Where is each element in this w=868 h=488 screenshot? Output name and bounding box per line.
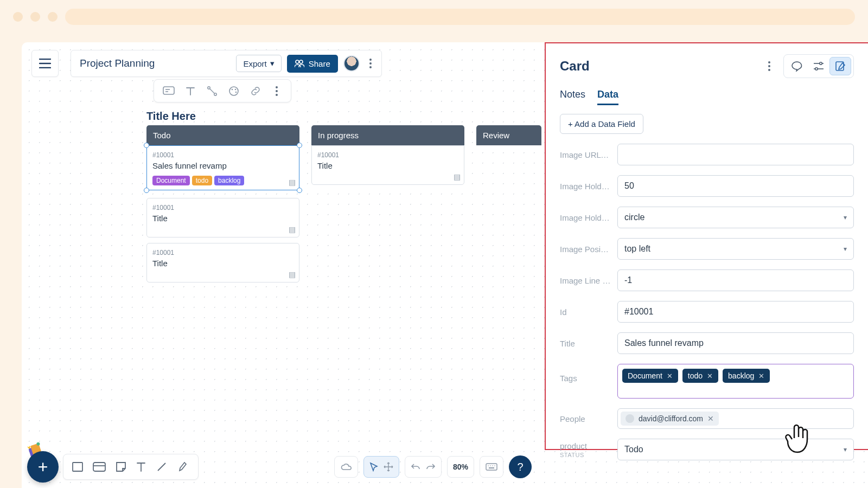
remove-tag-icon[interactable]: ✕ (707, 372, 713, 380)
edit-view[interactable] (829, 57, 851, 75)
avatar[interactable] (343, 55, 360, 72)
export-label: Export (243, 59, 266, 68)
field-label: Image Line … (560, 276, 611, 285)
resize-handle[interactable] (144, 143, 149, 148)
text-tool-icon[interactable] (136, 461, 146, 472)
tag-chip[interactable]: Document✕ (622, 369, 678, 383)
zoom-level[interactable]: 80% (447, 456, 474, 478)
person-chip[interactable]: david@clifford.com✕ (621, 412, 719, 426)
help-button[interactable]: ? (509, 455, 532, 478)
board-columns: Todo #10001 Sales funnel revamp Document… (146, 125, 541, 282)
column-header[interactable]: In progress (311, 125, 464, 145)
window-dot (48, 12, 58, 22)
card[interactable]: #10001 Sales funnel revamp Document todo… (146, 145, 299, 190)
keyboard-shortcuts[interactable] (480, 456, 503, 478)
view-controls: 80% ? (334, 455, 532, 478)
pointer-mode[interactable] (363, 456, 399, 478)
tag-chip[interactable]: todo✕ (682, 369, 718, 383)
remove-person-icon[interactable]: ✕ (707, 414, 714, 423)
svg-point-10 (235, 88, 237, 90)
hamburger-icon (39, 59, 51, 68)
image-shape-select[interactable]: circle▾ (617, 207, 854, 228)
sliders-icon (813, 61, 825, 71)
product-status-select[interactable]: Todo▾ (617, 439, 854, 460)
column-header[interactable]: Todo (146, 125, 299, 145)
svg-point-26 (820, 62, 822, 65)
connector-icon[interactable] (206, 85, 218, 97)
browser-chrome (0, 0, 868, 34)
address-bar[interactable] (65, 9, 855, 25)
database-icon[interactable]: ▤ (454, 172, 461, 181)
id-input[interactable] (617, 301, 854, 323)
avatar-icon (626, 414, 634, 423)
svg-rect-16 (93, 463, 105, 471)
field-image-url: Image URL … (560, 144, 854, 165)
comments-view[interactable] (786, 57, 808, 75)
card[interactable]: #10001 Title ▤ (146, 243, 299, 282)
share-button[interactable]: Share (287, 55, 338, 73)
highlighter-tool-icon[interactable] (177, 461, 189, 473)
svg-point-11 (235, 91, 237, 93)
color-icon[interactable] (228, 85, 240, 97)
chevron-down-icon: ▾ (844, 446, 847, 453)
edit-icon (835, 61, 846, 72)
image-url-input[interactable] (617, 144, 854, 165)
select-value: top left (624, 244, 650, 254)
tags-input[interactable]: Document✕ todo✕ backlog✕ (617, 364, 854, 399)
card-tags: Document todo backlog (152, 176, 293, 185)
database-icon[interactable]: ▤ (289, 270, 296, 279)
link-icon[interactable] (250, 85, 261, 97)
sticky-tool-icon[interactable] (116, 461, 126, 472)
title-input[interactable] (617, 332, 854, 354)
database-icon[interactable]: ▤ (289, 178, 296, 187)
cloud-icon (340, 463, 352, 471)
project-title[interactable]: Project Planning (80, 57, 231, 69)
menu-button[interactable] (31, 50, 59, 77)
field-label: product (560, 441, 611, 451)
remove-tag-icon[interactable]: ✕ (758, 372, 764, 380)
database-icon[interactable]: ▤ (289, 225, 296, 234)
svg-point-21 (490, 465, 491, 466)
settings-view[interactable] (808, 57, 829, 75)
card-icon[interactable] (163, 85, 175, 97)
export-button[interactable]: Export ▾ (236, 55, 281, 72)
panel-view-switcher (783, 54, 854, 78)
toolbar-more[interactable] (271, 86, 282, 96)
image-position-select[interactable]: top left▾ (617, 238, 854, 260)
board-title[interactable]: Title Here (146, 110, 196, 123)
image-hold-input[interactable] (617, 175, 854, 197)
add-button[interactable]: + (27, 451, 59, 483)
tab-data[interactable]: Data (597, 89, 618, 105)
rectangle-tool-icon[interactable] (72, 462, 83, 472)
tag-chip[interactable]: backlog✕ (723, 369, 770, 383)
resize-handle[interactable] (297, 188, 302, 193)
remove-tag-icon[interactable]: ✕ (667, 372, 673, 380)
card-title: Title (152, 214, 293, 223)
image-line-input[interactable] (617, 269, 854, 291)
text-icon[interactable] (184, 85, 196, 97)
resize-handle[interactable] (144, 188, 149, 193)
cloud-status[interactable] (334, 456, 358, 478)
tab-notes[interactable]: Notes (560, 89, 585, 105)
resize-handle[interactable] (297, 143, 302, 148)
share-label: Share (309, 59, 330, 68)
panel-more[interactable] (764, 61, 775, 71)
card[interactable]: #10001 Title ▤ (146, 198, 299, 237)
line-tool-icon[interactable] (156, 461, 168, 473)
tag: todo (192, 176, 212, 185)
redo-icon (426, 463, 436, 471)
undo-icon (411, 463, 420, 471)
panel-tabs: Notes Data (560, 89, 854, 105)
card-tool-icon[interactable] (93, 462, 106, 472)
app-frame: Project Planning Export ▾ Share Title He… (22, 42, 868, 488)
card[interactable]: #10001 Title ▤ (311, 145, 464, 185)
add-data-field-button[interactable]: + Add a Data Field (560, 114, 643, 134)
more-button[interactable] (365, 59, 376, 68)
people-input[interactable]: david@clifford.com✕ (617, 408, 854, 429)
chat-icon (791, 61, 803, 72)
undo-redo[interactable] (405, 456, 442, 478)
column-header[interactable]: Review (476, 125, 541, 145)
field-label: Tags (560, 364, 611, 383)
window-dot (13, 12, 23, 22)
chip-label: backlog (728, 371, 754, 380)
